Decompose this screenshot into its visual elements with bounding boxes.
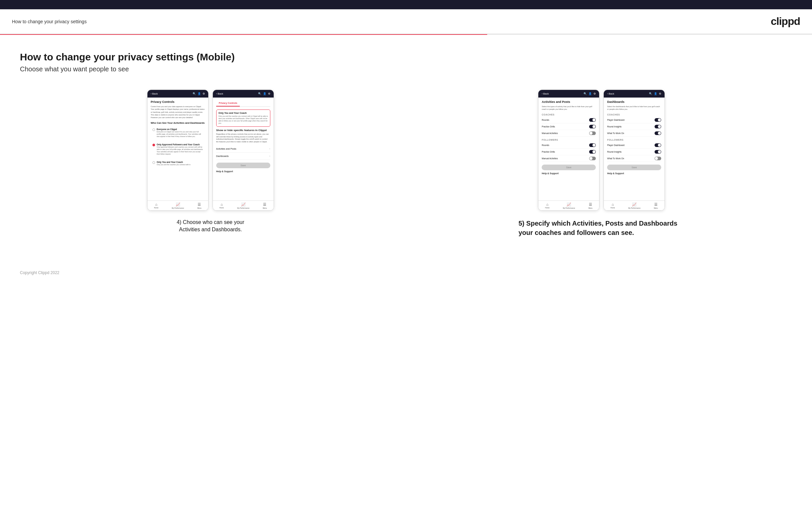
toggle-ww-followers-switch[interactable]	[655, 157, 661, 160]
toggle-pd-coaches-switch[interactable]	[655, 118, 661, 122]
nav-menu-2[interactable]: ☰ Menu	[263, 203, 267, 209]
privacy-body-text: Control how you and your data appears to…	[151, 105, 205, 119]
option-approved[interactable]: Only Approved Followers and Your Coach O…	[151, 142, 205, 157]
privacy-controls-title: Privacy Controls	[151, 100, 205, 104]
menu-dashboards[interactable]: Dashboards ›	[216, 153, 270, 160]
back-button-4[interactable]: ‹ Back	[607, 92, 614, 95]
chart-icon-2: 📈	[241, 203, 246, 207]
toggle-manual-followers[interactable]: Manual Activities	[542, 155, 596, 162]
back-button-1[interactable]: ‹ Back	[151, 92, 158, 95]
toggle-rounds-coaches[interactable]: Rounds	[542, 117, 596, 123]
person-icon-3[interactable]: 👤	[589, 92, 592, 95]
nav-home-3[interactable]: ⌂ Home	[545, 203, 549, 209]
option-card: Only You and Your Coach Only you and the…	[216, 110, 270, 127]
toggle-drills-coaches[interactable]: Practice Drills	[542, 123, 596, 130]
back-button-3[interactable]: ‹ Back	[542, 92, 549, 95]
logo: clippd	[771, 15, 800, 27]
option-card-text: Only you and the coaches you connect wit…	[218, 115, 268, 124]
nav-home-1[interactable]: ⌂ Home	[154, 203, 158, 209]
back-button-2[interactable]: ‹ Back	[216, 92, 223, 95]
nav-home-2[interactable]: ⌂ Home	[219, 203, 224, 209]
person-icon-2[interactable]: 👤	[263, 92, 266, 95]
phone-4-nav: ⌂ Home 📈 My Performance ☰ Menu	[604, 201, 665, 210]
settings-icon-4[interactable]: ⚙	[659, 92, 661, 95]
toggle-what-to-work-followers[interactable]: What To Work On	[607, 155, 661, 162]
toggle-drills-followers-switch[interactable]	[589, 150, 596, 154]
dashboards-text: Select the dashboards that you'd like to…	[607, 105, 661, 111]
phone-3: ‹ Back 🔍 👤 ⚙ Activities and Posts Select…	[538, 90, 600, 211]
settings-icon-2[interactable]: ⚙	[268, 92, 270, 95]
option-coach[interactable]: Only You and Your Coach Only you and the…	[151, 159, 205, 168]
help-support-3: Help & Support	[542, 172, 596, 174]
breadcrumb: How to change your privacy settings	[12, 19, 87, 24]
search-icon-2[interactable]: 🔍	[258, 92, 261, 95]
search-icon-4[interactable]: 🔍	[649, 92, 652, 95]
person-icon[interactable]: 👤	[198, 92, 201, 95]
mockup-group-2: ‹ Back 🔍 👤 ⚙ Activities and Posts Select…	[411, 90, 793, 237]
option-everyone[interactable]: Everyone on Clippd Everyone on Clippd ca…	[151, 126, 205, 139]
coaches-label-3: COACHES	[542, 113, 596, 116]
page-title: How to change your privacy settings (Mob…	[20, 51, 792, 63]
save-button-4[interactable]: Save	[607, 165, 661, 170]
coaches-label-4: COACHES	[607, 113, 661, 116]
nav-performance-2[interactable]: 📈 My Performance	[237, 203, 249, 209]
main-content: How to change your privacy settings (Mob…	[0, 35, 812, 264]
toggle-player-dashboard-followers[interactable]: Player Dashboard	[607, 142, 661, 149]
chart-icon: 📈	[176, 203, 180, 207]
followers-label-3: FOLLOWERS	[542, 139, 596, 141]
settings-icon[interactable]: ⚙	[203, 92, 205, 95]
chart-icon-4: 📈	[632, 203, 637, 207]
toggle-rounds-followers[interactable]: Rounds	[542, 142, 596, 149]
help-support-2: Help & Support	[216, 170, 270, 173]
toggle-rounds-followers-switch[interactable]	[589, 143, 596, 147]
nav-performance-4[interactable]: 📈 My Performance	[628, 203, 641, 209]
phone-1: ‹ Back 🔍 👤 ⚙ Privacy Controls Control ho…	[147, 90, 209, 211]
search-icon-3[interactable]: 🔍	[583, 92, 587, 95]
header-icons-3: 🔍 👤 ⚙	[583, 92, 596, 95]
toggle-drills-followers[interactable]: Practice Drills	[542, 149, 596, 155]
nav-performance-3[interactable]: 📈 My Performance	[563, 203, 575, 209]
search-icon[interactable]: 🔍	[193, 92, 196, 95]
toggle-manual-followers-switch[interactable]	[589, 157, 596, 160]
nav-menu-1[interactable]: ☰ Menu	[197, 203, 202, 209]
toggle-ri-followers-switch[interactable]	[655, 150, 661, 154]
toggle-what-to-work-coaches[interactable]: What To Work On	[607, 130, 661, 137]
tab-privacy-controls[interactable]: Privacy Controls	[216, 100, 240, 107]
caption-4: 4) Choose who can see your Activities an…	[167, 219, 254, 234]
toggle-rounds-coaches-switch[interactable]	[589, 118, 596, 122]
toggle-drills-coaches-switch[interactable]	[589, 125, 596, 128]
toggle-manual-coaches[interactable]: Manual Activities	[542, 130, 596, 137]
nav-performance-1[interactable]: 📈 My Performance	[172, 203, 184, 209]
show-hide-title: Show or hide specific features in Clippd	[216, 129, 270, 132]
activities-posts-text: Select the types of activity that you'd …	[542, 105, 596, 111]
who-can-see-title: Who Can See Your Activities and Dashboar…	[151, 121, 205, 124]
option-card-title: Only You and Your Coach	[218, 112, 268, 114]
phone-4-body: Dashboards Select the dashboards that yo…	[604, 98, 665, 201]
toggle-player-dashboard-coaches[interactable]: Player Dashboard	[607, 117, 661, 123]
phone-4-header: ‹ Back 🔍 👤 ⚙	[604, 90, 665, 98]
toggle-manual-coaches-switch[interactable]	[589, 131, 596, 135]
save-button-2[interactable]: Save	[216, 163, 270, 168]
menu-activities[interactable]: Activities and Posts ›	[216, 145, 270, 153]
toggle-round-insights-coaches[interactable]: Round Insights	[607, 123, 661, 130]
phone-4: ‹ Back 🔍 👤 ⚙ Dashboards Select the dashb…	[603, 90, 665, 211]
phone-3-nav: ⌂ Home 📈 My Performance ☰ Menu	[538, 201, 599, 210]
save-button-3[interactable]: Save	[542, 165, 596, 170]
settings-icon-3[interactable]: ⚙	[594, 92, 596, 95]
nav-menu-4[interactable]: ☰ Menu	[654, 203, 658, 209]
chevron-activities: ›	[269, 147, 270, 150]
toggle-ww-coaches-switch[interactable]	[655, 131, 661, 135]
toggle-round-insights-followers[interactable]: Round Insights	[607, 149, 661, 155]
menu-icon-3: ☰	[589, 203, 592, 207]
top-bar	[0, 0, 812, 9]
nav-menu-3[interactable]: ☰ Menu	[589, 203, 593, 209]
toggle-ri-coaches-switch[interactable]	[655, 125, 661, 128]
home-icon: ⌂	[155, 203, 157, 206]
toggle-pd-followers-switch[interactable]	[655, 143, 661, 147]
person-icon-4[interactable]: 👤	[654, 92, 657, 95]
mockup-group-1: ‹ Back 🔍 👤 ⚙ Privacy Controls Control ho…	[20, 90, 401, 234]
nav-home-4[interactable]: ⌂ Home	[610, 203, 615, 209]
copyright: Copyright Clippd 2022	[20, 270, 59, 275]
phone-1-body: Privacy Controls Control how you and you…	[147, 98, 208, 201]
phone-3-body: Activities and Posts Select the types of…	[538, 98, 599, 201]
